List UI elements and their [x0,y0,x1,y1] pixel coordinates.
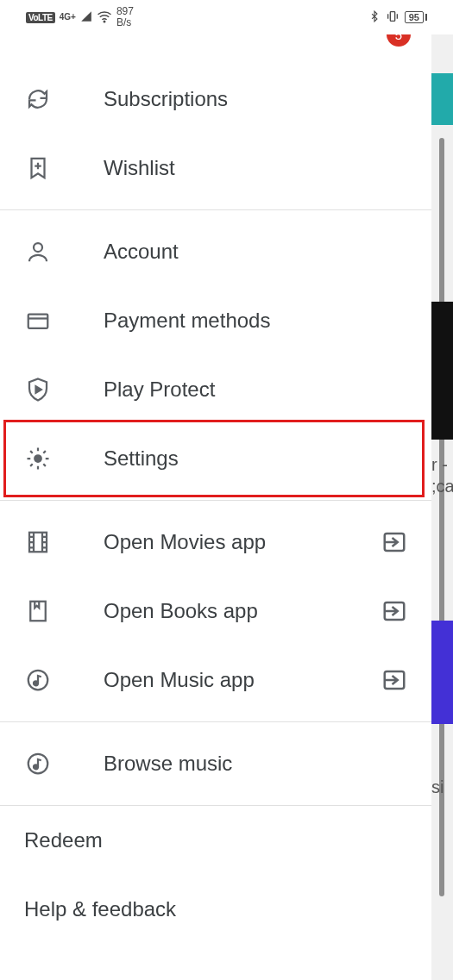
menu-item-play-protect[interactable]: Play Protect [0,355,431,424]
status-right: 95 [368,9,427,26]
menu-label: Open Books app [104,599,381,623]
notifications-badge: 5 [387,34,411,47]
network-rate: 897 B/s [116,6,134,28]
music-circle-icon [24,666,52,694]
menu-label: Notifications [104,34,407,37]
status-bar: VoLTE 4G+ 897 B/s 95 [0,0,453,34]
menu-label: Wishlist [104,156,407,180]
menu-item-subscriptions[interactable]: Subscriptions [0,65,431,134]
battery-tip [425,14,427,21]
svg-rect-7 [30,602,46,621]
menu-item-payment-methods[interactable]: Payment methods [0,286,431,355]
gear-icon [24,445,52,472]
menu-item-settings[interactable]: Settings [0,424,431,493]
menu-label: Open Movies app [104,530,381,554]
svg-point-0 [104,21,105,22]
menu-label: Play Protect [104,378,407,402]
bluetooth-icon [368,10,381,25]
menu-label: Payment methods [104,309,407,333]
menu-item-open-movies[interactable]: Open Movies app [0,508,431,577]
menu-item-redeem[interactable]: Redeem [0,806,431,875]
status-left: VoLTE 4G+ 897 B/s [26,6,134,28]
vibrate-icon [386,9,400,26]
svg-rect-1 [390,11,394,21]
menu-item-open-music[interactable]: Open Music app [0,646,431,715]
bookmark-plus-icon [24,154,52,182]
film-icon [24,528,52,556]
network-type: 4G+ [60,13,76,22]
menu-item-account[interactable]: Account [0,217,431,286]
svg-point-4 [35,455,41,462]
signal-icon [80,10,92,25]
music-circle-icon [24,750,52,777]
battery-level: 95 [405,11,424,23]
svg-point-2 [34,243,42,252]
menu-label: Redeem [24,828,103,852]
wifi-icon [97,9,112,27]
open-external-icon [381,529,407,555]
content-behind-drawer: r - ;ca si [431,34,453,980]
menu-label: Account [104,240,407,264]
credit-card-icon [24,307,52,334]
bookmark-icon [24,597,52,625]
menu-item-help-feedback[interactable]: Help & feedback [0,875,431,944]
navigation-drawer: Notifications 5 Subscriptions Wishlist A… [0,34,431,980]
shield-play-icon [24,376,52,403]
open-external-icon [381,667,407,693]
menu-item-wishlist[interactable]: Wishlist [0,134,431,203]
person-icon [24,238,52,265]
menu-item-open-books[interactable]: Open Books app [0,577,431,646]
menu-label: Browse music [104,752,407,776]
open-external-icon [381,598,407,624]
menu-item-browse-music[interactable]: Browse music [0,729,431,798]
menu-item-notifications[interactable]: Notifications 5 [0,34,431,65]
menu-label: Subscriptions [104,87,407,111]
menu-label: Open Music app [104,668,381,692]
refresh-icon [24,85,52,113]
menu-label: Settings [104,446,407,471]
menu-label: Help & feedback [24,897,176,921]
svg-rect-3 [28,315,48,328]
volte-badge: VoLTE [26,12,55,23]
